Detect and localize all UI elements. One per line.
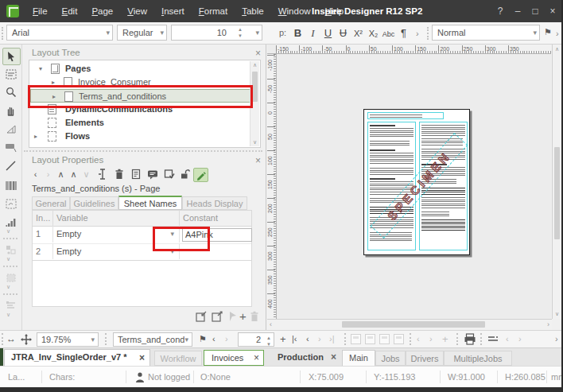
first-page-button[interactable]: |‹ (292, 331, 297, 347)
menu-window[interactable]: Window (271, 0, 318, 22)
delete-button[interactable] (112, 168, 126, 180)
panel-splitter[interactable] (24, 150, 262, 152)
close-button[interactable]: × (544, 0, 561, 22)
next-view-button[interactable]: › (518, 331, 522, 347)
menu-view[interactable]: View (120, 0, 154, 22)
frame-tool-button[interactable] (2, 196, 19, 212)
text-select-tool-button[interactable] (2, 66, 19, 82)
scroll-down-icon[interactable]: ∨ (553, 311, 561, 317)
add-sheet-button[interactable]: + (442, 331, 448, 347)
font-size-spinner[interactable]: 10 ▲▼ ▾ (171, 25, 262, 41)
scroll-up-icon[interactable]: ∧ (250, 62, 259, 68)
tab-document[interactable]: JTRA_Inv_SingleOrder_v7 * (4, 349, 150, 367)
import-button[interactable] (196, 311, 208, 322)
chevron-down-icon[interactable]: ▾ (184, 333, 188, 346)
strikethrough-button[interactable]: Ʉ (336, 25, 351, 42)
scrollbar-thumb[interactable] (252, 72, 258, 102)
fit-width-icon[interactable]: ↔ (6, 331, 16, 347)
close-icon[interactable] (331, 352, 336, 362)
line-spacing-button[interactable] (487, 336, 499, 343)
chevron-down-icon[interactable]: ▾ (255, 25, 259, 40)
next-page-button[interactable]: › (318, 331, 321, 347)
expander-icon[interactable]: ▸ (34, 130, 37, 143)
canvas-v-scrollbar[interactable]: ∧ ∨ (552, 45, 561, 319)
toolbar-drag-handle[interactable] (2, 333, 6, 345)
expander-icon[interactable]: ▾ (39, 62, 42, 76)
scroll-up-icon[interactable]: ∧ (553, 46, 561, 52)
shapes-group-button[interactable] (2, 242, 19, 258)
measure-tool-button[interactable] (2, 121, 19, 137)
proof-print-button[interactable] (464, 333, 476, 345)
tab-sheet-names[interactable]: Sheet Names (118, 196, 182, 210)
chevron-down-icon[interactable]: ▾ (91, 333, 95, 346)
previous-view-button[interactable]: ‹ (506, 331, 509, 347)
grid-view-button[interactable] (394, 334, 404, 344)
next-sheet-button[interactable]: › (429, 331, 433, 347)
canvas-h-scrollbar[interactable]: ‹ › (267, 319, 552, 330)
single-page-view-button[interactable] (351, 334, 361, 344)
toolbar-drag-handle[interactable] (427, 27, 431, 40)
chevron-down-icon[interactable]: ∨ (6, 256, 10, 262)
chevron-down-icon[interactable]: ▾ (160, 25, 164, 40)
tab-heads-display[interactable]: Heads Display (182, 196, 247, 210)
barcode-tool-button[interactable] (2, 177, 19, 193)
tab-guidelines[interactable]: Guidelines (70, 196, 118, 210)
tab-main[interactable]: Main (342, 350, 375, 367)
edit-mode-button[interactable] (193, 168, 208, 182)
zoom-select[interactable]: 19.75% ▾ (37, 332, 99, 347)
properties-sheet-button[interactable] (129, 168, 142, 180)
next-button[interactable]: › (41, 168, 55, 180)
tab-multiplejobs[interactable]: MultipleJobs (444, 351, 512, 366)
delete-row-button[interactable] (250, 311, 259, 322)
toolbar-overflow-icon[interactable]: › (555, 331, 558, 347)
superscript-button[interactable]: X² (351, 25, 366, 42)
page-select[interactable]: Terms_and_cond ▾ (113, 332, 192, 347)
add-page-button[interactable]: + (280, 331, 286, 347)
spinner-up-down-icon[interactable]: ▲▼ (238, 26, 243, 39)
chevron-down-icon[interactable]: ▾ (533, 25, 537, 40)
tree-item-flows[interactable]: ▸ Flows (30, 130, 251, 143)
move-down-button[interactable]: ∨ (80, 168, 93, 180)
scrollbar-thumb[interactable] (554, 147, 560, 239)
bold-button[interactable]: B (290, 25, 305, 42)
move-up-button[interactable]: ∧ (54, 168, 68, 180)
toolbar-overflow-icon[interactable]: › (416, 26, 419, 41)
forward-button[interactable]: › (225, 331, 228, 347)
add-row-button[interactable]: + (239, 309, 247, 323)
comment-button[interactable] (146, 168, 159, 180)
validate-button[interactable] (162, 168, 176, 180)
continuous-view-button[interactable] (379, 334, 390, 344)
subscript-button[interactable]: X₂ (366, 25, 381, 42)
tab-drivers[interactable]: Drivers (406, 351, 444, 366)
chevron-down-icon[interactable]: ▾ (106, 25, 110, 40)
flag-icon[interactable]: ⚑ (544, 27, 552, 37)
caps-button[interactable]: Abc (381, 25, 396, 43)
export-button[interactable] (212, 311, 223, 322)
previous-page-button[interactable]: ‹ (306, 331, 309, 347)
close-icon[interactable] (255, 49, 261, 58)
previous-sheet-button[interactable]: ‹ (417, 331, 420, 347)
chevron-down-icon[interactable]: ∨ (6, 284, 10, 290)
menu-page[interactable]: Page (84, 0, 120, 22)
spinner-up-down-icon[interactable]: ▲▼ (266, 335, 271, 347)
page-heading-flow[interactable] (367, 112, 444, 119)
font-family-select[interactable]: Arial▾ (6, 25, 113, 41)
close-icon[interactable] (254, 353, 259, 363)
menu-insert[interactable]: Insert (154, 0, 192, 22)
help-button[interactable]: ? (491, 0, 509, 22)
back-button[interactable]: ‹ (212, 331, 215, 347)
last-page-button[interactable]: ›| (329, 331, 335, 347)
scroll-right-icon[interactable]: › (547, 320, 549, 330)
page-number-spinner[interactable]: 2 ▲▼ (238, 332, 274, 347)
page-preview[interactable]: SPECIMEN (363, 109, 470, 255)
tab-workflow[interactable]: Workflow (154, 351, 202, 366)
select-tool-button[interactable] (2, 48, 21, 65)
facing-pages-view-button[interactable] (365, 334, 375, 344)
close-icon[interactable] (255, 156, 261, 165)
tab-general[interactable]: General (32, 196, 70, 210)
lock-button[interactable] (178, 168, 192, 180)
move-up2-button[interactable]: ∧ (67, 168, 80, 180)
flag-icon[interactable]: ⚑ (199, 331, 207, 347)
minimize-button[interactable]: – (509, 0, 526, 22)
chevron-down-icon[interactable]: ∨ (6, 228, 10, 235)
